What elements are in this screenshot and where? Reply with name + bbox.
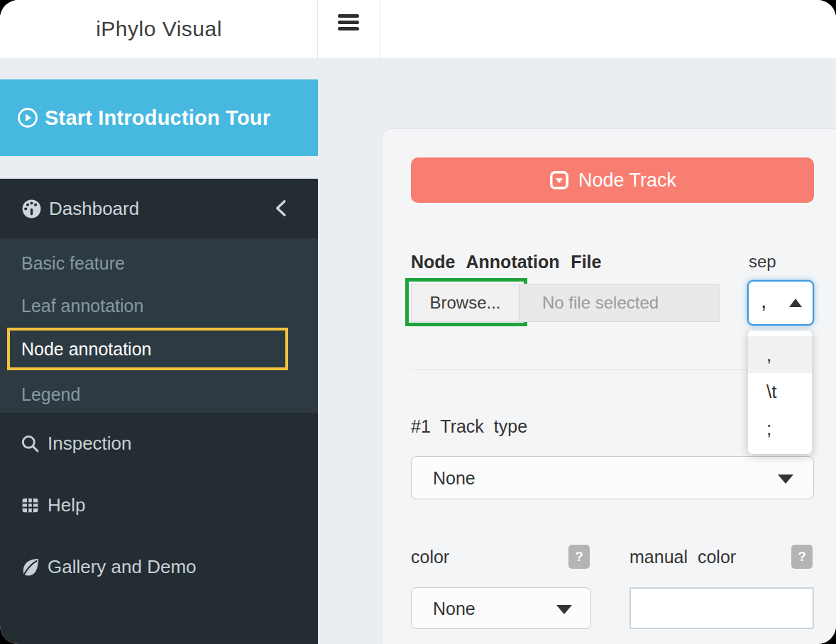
color-field-label: color: [411, 545, 449, 569]
hamburger-bar: [338, 14, 359, 18]
header-divider: [380, 0, 380, 58]
caret-down-icon: [778, 474, 793, 484]
hamburger-menu-icon[interactable]: [338, 14, 359, 31]
track-type-select[interactable]: None: [411, 456, 814, 499]
browse-button[interactable]: Browse...: [412, 284, 519, 321]
header: iPhylo Visual: [0, 0, 836, 58]
file-field-label: Node Annotation File: [411, 251, 601, 272]
start-tour-label: Start Introduction Tour: [45, 106, 270, 130]
node-track-label: Node Track: [578, 170, 676, 191]
search-icon: [20, 433, 40, 454]
hamburger-bar: [338, 21, 359, 24]
sidebar-item-label: Inspection: [48, 433, 132, 455]
dashboard-submenu: Basic feature Leaf annotation Node annot…: [0, 238, 318, 413]
header-divider: [317, 0, 318, 58]
start-tour-button[interactable]: Start Introduction Tour: [0, 79, 318, 156]
color-value: None: [433, 598, 475, 618]
track-type-value: None: [433, 467, 475, 488]
sidebar-item-label: Node annotation: [10, 339, 151, 360]
file-upload-input[interactable]: Browse... No file selected: [411, 284, 720, 322]
sidebar-item-dashboard[interactable]: Dashboard: [0, 179, 318, 238]
play-circle-icon: [17, 107, 38, 128]
sidebar: Dashboard Basic feature Leaf annotation …: [0, 179, 318, 644]
sidebar-item-gallery-and-demo[interactable]: Gallery and Demo: [0, 549, 318, 584]
app-title: iPhylo Visual: [0, 0, 318, 58]
sidebar-item-basic-feature[interactable]: Basic feature: [0, 252, 318, 274]
manual-color-input[interactable]: [629, 587, 814, 629]
hamburger-bar: [338, 27, 359, 30]
sidebar-item-leaf-annotation[interactable]: Leaf annotation: [0, 295, 318, 316]
sep-option-tab[interactable]: \t: [748, 373, 812, 410]
sep-option-comma[interactable]: ,: [748, 336, 812, 373]
sidebar-item-node-annotation[interactable]: Node annotation: [7, 328, 288, 370]
app-window: iPhylo Visual Start Introduction Tour: [0, 0, 836, 644]
manual-color-help-badge[interactable]: ?: [791, 545, 813, 569]
file-status-text: No file selected: [519, 284, 719, 321]
sidebar-item-help[interactable]: Help: [0, 487, 318, 523]
track-type-label: #1 Track type: [411, 416, 527, 437]
manual-color-label: manual color: [629, 545, 736, 569]
sidebar-item-legend[interactable]: Legend: [0, 384, 318, 405]
caret-down-icon: [556, 605, 572, 614]
node-annotation-panel: Node Track Node Annotation File sep Brow…: [382, 128, 836, 644]
sep-option-semicolon[interactable]: ;: [748, 410, 812, 447]
caret-up-icon: [789, 299, 802, 307]
node-track-button[interactable]: Node Track: [411, 157, 814, 203]
sep-select[interactable]: ,: [747, 280, 814, 326]
sidebar-item-label: Dashboard: [49, 198, 139, 220]
sep-selected-value: ,: [761, 289, 766, 313]
caret-square-down-icon: [549, 170, 570, 191]
color-select[interactable]: None: [411, 587, 591, 629]
sep-field-label: sep: [749, 251, 776, 272]
leaf-icon: [20, 557, 40, 577]
table-grid-icon: [20, 495, 40, 516]
gauge-icon: [21, 198, 43, 220]
color-help-badge[interactable]: ?: [568, 545, 590, 569]
chevron-left-icon: [270, 197, 292, 219]
sidebar-item-label: Help: [48, 494, 85, 516]
sep-dropdown-menu: , \t ;: [748, 331, 812, 454]
sidebar-item-inspection[interactable]: Inspection: [0, 426, 318, 461]
sidebar-item-label: Gallery and Demo: [48, 556, 197, 578]
